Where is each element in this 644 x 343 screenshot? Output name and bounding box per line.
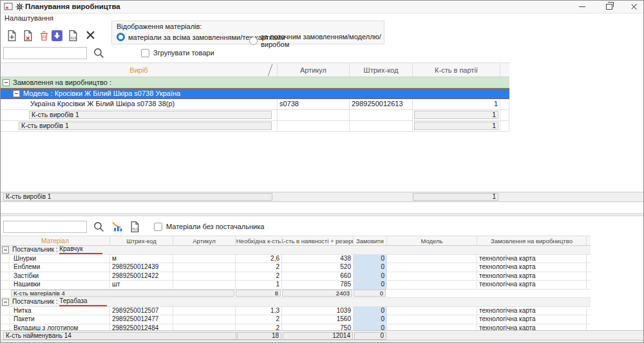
order-group-label: Замовлення на виробництво : — [13, 78, 111, 88]
bottom-strip — [1, 340, 644, 343]
collapse-icon[interactable] — [3, 79, 10, 86]
order-group-row[interactable]: Замовлення на виробництво : — [1, 77, 509, 88]
svg-text:XLS: XLS — [132, 227, 138, 231]
material-order[interactable]: 0 — [354, 315, 387, 324]
material-articul — [173, 307, 236, 315]
material-barcode: 2989250012477 — [110, 315, 173, 324]
clear-x-icon — [85, 30, 96, 41]
material-articul — [173, 324, 236, 331]
col-needed-qty[interactable]: Необхідна к-сть — [236, 236, 282, 245]
col-model[interactable]: Модель — [387, 236, 477, 245]
restore-icon — [606, 4, 612, 10]
collapse-icon[interactable] — [2, 246, 9, 254]
delete-document-button[interactable] — [22, 30, 34, 42]
supplier-summary-row[interactable]: К-сть матеріалів 4 8 2403 0 — [1, 290, 591, 299]
export-xls-button[interactable]: XLS — [67, 30, 79, 42]
restore-button[interactable] — [598, 1, 620, 13]
model-summary-qty: 1 — [414, 111, 498, 119]
delete-document-icon — [22, 30, 34, 42]
material-production-order: технологічна карта — [477, 281, 587, 289]
no-supplier-label: Матеріали без постачальника — [166, 223, 264, 230]
collapse-icon[interactable] — [13, 90, 20, 97]
product-search-input[interactable] — [3, 47, 87, 59]
model-summary-label: К-сть виробів 1 — [29, 111, 272, 119]
search-icon — [93, 221, 105, 233]
product-barcode: 2989250012613 — [350, 99, 413, 109]
material-name: Нашивки — [1, 281, 110, 289]
col-barcode[interactable]: Штрих-код — [350, 63, 413, 77]
material-row[interactable]: Застібки 2989250012422 2 660 0 технологі… — [1, 272, 591, 281]
supplier-summary-need: 8 — [236, 290, 281, 297]
collapse-icon[interactable] — [2, 299, 9, 306]
bar-chart-icon — [111, 220, 125, 233]
radio-off-icon — [249, 37, 258, 45]
col-material[interactable]: Матеріал — [1, 236, 110, 245]
material-avail: 1039 — [282, 307, 354, 315]
group-summary-row[interactable]: К-сть виробів 1 1 — [1, 121, 509, 132]
material-row[interactable]: Шнурки м 2,6 438 0 технологічна карта — [1, 255, 591, 264]
panel-splitter[interactable] — [1, 213, 644, 216]
col-order[interactable]: Замовити — [354, 236, 387, 245]
material-order[interactable]: 0 — [354, 281, 387, 289]
material-row[interactable]: Пакети 2989250012477 2 1560 0 технологіч… — [1, 315, 591, 324]
export-materials-xls-button[interactable]: XLS — [129, 221, 141, 233]
col-articul[interactable]: Артикул — [173, 236, 236, 245]
material-barcode: 2989250012484 — [110, 324, 173, 331]
chart-button[interactable] — [111, 220, 125, 233]
material-order[interactable]: 0 — [354, 307, 387, 315]
col-batch-qty[interactable]: К-сть в партії — [413, 63, 500, 77]
col-extra — [587, 236, 591, 245]
material-barcode: 2989250012507 — [110, 307, 173, 315]
add-document-button[interactable] — [6, 30, 18, 42]
material-row[interactable]: Нитка 2989250012507 1,3 1039 0 технологі… — [1, 307, 591, 316]
group-goods-checkbox[interactable] — [141, 49, 149, 57]
col-available-reserve[interactable]: К-сть в наявності + резерв — [282, 236, 354, 245]
product-qty: 1 — [413, 99, 500, 109]
material-model — [387, 272, 477, 281]
gear-icon — [15, 3, 24, 11]
product-search-button[interactable] — [93, 47, 105, 59]
material-articul — [173, 272, 236, 281]
material-row[interactable]: Енблеми 2989250012439 2 520 0 технологіч… — [1, 263, 591, 272]
minimize-button[interactable] — [571, 1, 593, 13]
products-table-header: Виріб Артикул Штрих-код К-сть в партії — [1, 62, 509, 77]
clear-button[interactable] — [85, 30, 97, 42]
material-row-clipped[interactable]: Вкладиш з логотипом 2989250012484 2 750 … — [1, 324, 591, 331]
import-button[interactable] — [51, 30, 63, 42]
material-order[interactable]: 0 — [354, 272, 387, 281]
radio-on-icon — [117, 33, 125, 41]
supplier-group-row[interactable]: Постачальник : Терабаза — [1, 298, 591, 307]
group-summary-qty: 1 — [414, 122, 498, 130]
material-row[interactable]: Нашивки шт 1 785 0 технологічна карта — [1, 281, 591, 290]
col-barcode[interactable]: Штрих-код — [110, 236, 173, 245]
diagonal-splitter-icon — [268, 64, 273, 76]
delete-button[interactable] — [38, 30, 50, 42]
col-articul[interactable]: Артикул — [278, 63, 350, 77]
product-name: Україна Кросівки Ж Білий Шкіра s0738 38(… — [1, 99, 278, 109]
material-need: 1,3 — [236, 307, 282, 315]
menu-settings[interactable]: Налаштування — [5, 14, 53, 22]
product-item-row[interactable]: Україна Кросівки Ж Білий Шкіра s0738 38(… — [1, 99, 509, 110]
material-name: Застібки — [1, 272, 110, 281]
col-production-order[interactable]: Замовлення на виробництво — [477, 236, 587, 245]
material-order[interactable]: 0 — [354, 263, 387, 272]
col-product[interactable]: Виріб — [1, 63, 278, 77]
supplier-name: Терабаза — [59, 297, 106, 306]
material-search-input[interactable] — [3, 221, 87, 233]
products-total-qty: 1 — [413, 193, 498, 201]
model-summary-row[interactable]: К-сть виробів 1 1 — [1, 110, 509, 121]
material-order[interactable]: 0 — [354, 324, 387, 331]
supplier-group-row[interactable]: Постачальник : Кравчук — [1, 246, 591, 255]
material-search-button[interactable] — [93, 221, 105, 233]
material-production-order: технологічна карта — [477, 255, 587, 263]
material-production-order: технологічна карта — [477, 272, 587, 281]
close-button[interactable] — [623, 1, 644, 13]
no-supplier-checkbox[interactable] — [154, 223, 162, 231]
window-title: Планування виробництва — [25, 3, 120, 10]
model-row-selected[interactable]: Модель : Кросівки Ж Білий Шкіра s0738 Ук… — [1, 88, 509, 99]
material-need: 2 — [236, 263, 282, 272]
material-order[interactable]: 0 — [354, 255, 387, 263]
group-goods-label: Згрупувати товари — [153, 49, 214, 57]
trash-icon — [38, 30, 50, 42]
radio-current-order[interactable]: за поточним замовленням/моделлю/виробом — [249, 33, 384, 48]
